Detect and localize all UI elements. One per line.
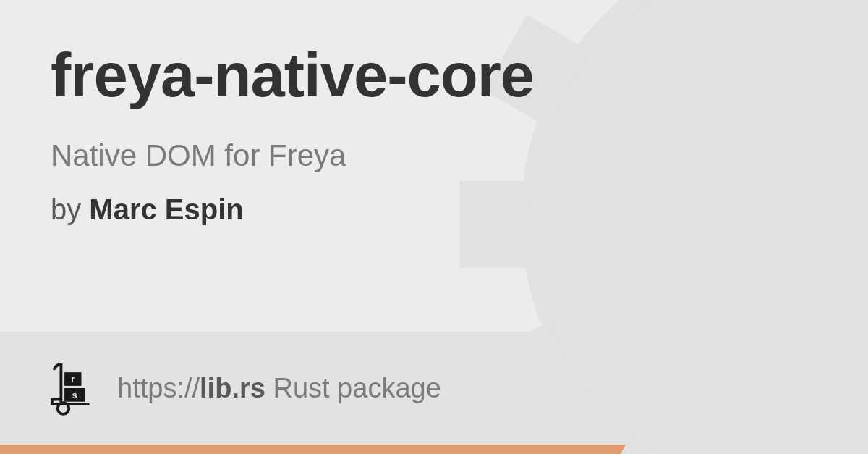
footer-suffix: Rust package <box>265 373 441 403</box>
svg-text:r: r <box>71 374 75 384</box>
byline-prefix: by <box>51 193 89 225</box>
svg-text:s: s <box>72 390 77 400</box>
footer-domain: lib.rs <box>200 373 265 403</box>
librs-logo-icon: r s <box>43 359 101 417</box>
package-description: Native DOM for Freya <box>51 138 817 173</box>
footer-text: https://lib.rs Rust package <box>117 373 441 404</box>
package-title: freya-native-core <box>51 40 817 111</box>
footer-url-prefix: https:// <box>117 373 200 403</box>
byline-author: Marc Espin <box>89 193 243 225</box>
byline: by Marc Espin <box>51 193 817 226</box>
main-panel: freya-native-core Native DOM for Freya b… <box>0 0 868 332</box>
footer-panel: r s https://lib.rs Rust package <box>0 332 868 445</box>
accent-bar <box>0 445 868 454</box>
